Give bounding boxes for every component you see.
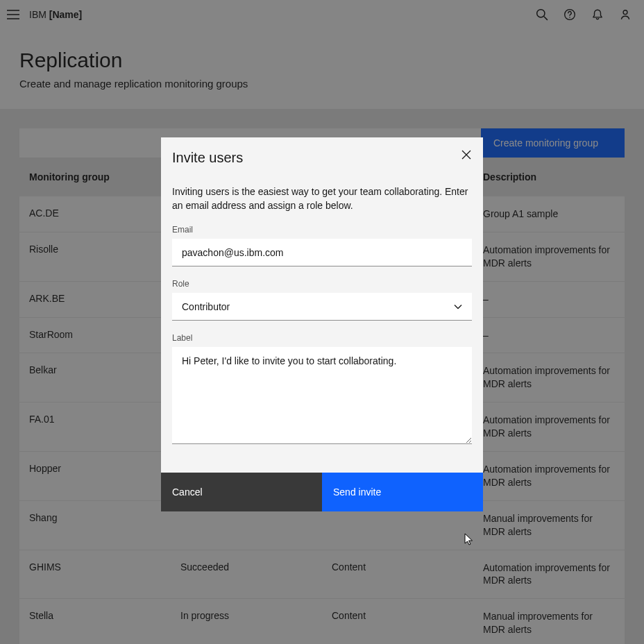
role-label: Role [172, 279, 472, 289]
close-icon [461, 150, 471, 160]
modal-description: Inviting users is the easiest way to get… [172, 185, 472, 212]
invite-users-modal: Invite users Inviting users is the easie… [161, 137, 483, 511]
chevron-down-icon [454, 304, 462, 309]
message-textarea[interactable] [172, 347, 472, 444]
email-field[interactable] [172, 239, 472, 266]
modal-title: Invite users [172, 150, 472, 166]
cancel-button[interactable]: Cancel [161, 473, 322, 511]
role-value: Contributor [182, 301, 230, 312]
role-select[interactable]: Contributor [172, 293, 472, 321]
message-label: Label [172, 333, 472, 343]
email-label: Email [172, 225, 472, 235]
modal-close-button[interactable] [458, 147, 475, 164]
send-invite-button[interactable]: Send invite [322, 473, 483, 511]
